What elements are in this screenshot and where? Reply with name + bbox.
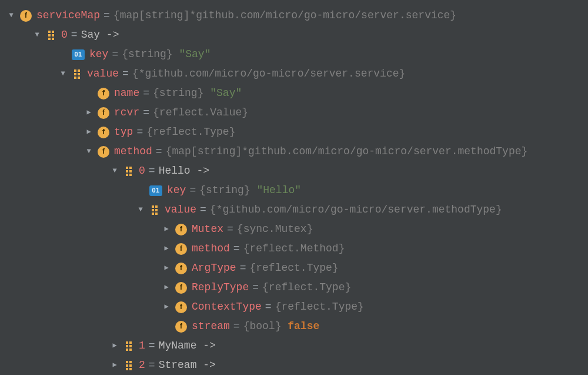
equals-sign: = [252,278,259,297]
var-value: Hello -> [159,161,209,180]
map-entry-icon [123,341,134,351]
var-value: {reflect.Type} [262,278,351,297]
tree-row[interactable]: f ArgType = {reflect.Type} [6,258,588,278]
map-entry-icon [123,166,134,177]
field-icon: f [175,301,187,313]
equals-sign: = [149,336,155,355]
var-name: ArgType [192,258,236,277]
var-value: {sync.Mutex} [237,220,313,238]
chevron-down-icon[interactable] [58,68,68,81]
var-type: {string} [153,84,203,102]
tree-row[interactable]: f name = {string} "Say" [6,84,588,103]
tree-row[interactable]: 0 = Hello -> [6,161,588,181]
tree-row[interactable]: 2 = Stream -> [6,356,588,375]
chevron-down-icon[interactable] [83,145,94,158]
var-name: key [89,45,108,64]
var-value: {map[string]*github.com/micro/go-micro/s… [166,142,528,161]
var-value: {map[string]*github.com/micro/go-micro/s… [113,6,456,25]
chevron-down-icon[interactable] [6,9,16,22]
debug-variable-tree: f serviceMap = {map[string]*github.com/m… [0,0,588,375]
tree-row[interactable]: f method = {reflect.Method} [6,239,588,258]
tree-row[interactable]: f Mutex = {sync.Mutex} [6,220,588,239]
var-string-value: "Say" [210,84,242,102]
var-string-value: "Hello" [256,181,301,200]
var-value: Stream -> [159,356,216,374]
var-name: typ [114,122,133,141]
field-icon: f [175,321,187,333]
var-value: {reflect.Method} [243,239,345,258]
tree-row[interactable]: 1 = MyName -> [6,336,588,356]
var-name: rcvr [114,103,139,122]
field-icon: f [98,88,109,99]
var-name: serviceMap [36,6,100,25]
tree-row[interactable]: f ContextType = {reflect.Type} [6,297,588,317]
var-name: value [87,64,119,83]
var-value: {reflect.Type} [249,258,338,277]
tree-row[interactable]: value = {*github.com/micro/go-micro/serv… [6,200,588,220]
tree-row[interactable]: f method = {map[string]*github.com/micro… [6,142,588,161]
string-type-icon: 01 [149,185,162,196]
var-keyword-value: false [288,317,319,336]
equals-sign: = [189,181,196,200]
chevron-right-icon[interactable] [161,301,172,314]
var-name: Mutex [192,220,223,238]
tree-row[interactable]: f rcvr = {reflect.Value} [6,103,588,122]
equals-sign: = [227,220,233,238]
chevron-right-icon[interactable] [161,223,172,236]
chevron-right-icon[interactable] [109,340,120,353]
equals-sign: = [143,103,149,122]
equals-sign: = [149,356,155,374]
tree-row[interactable]: f typ = {reflect.Type} [6,122,588,142]
field-icon: f [98,107,109,119]
var-value: MyName -> [159,336,216,355]
equals-sign: = [71,25,78,44]
map-entry-icon [72,69,82,79]
var-name: 2 [139,356,145,374]
chevron-down-icon[interactable] [32,29,42,42]
var-name: stream [192,317,230,336]
var-name: ReplyType [192,278,249,297]
field-icon: f [175,282,187,294]
tree-row[interactable]: 01 key = {string} "Say" [6,45,588,64]
chevron-right-icon[interactable] [161,262,172,275]
var-name: method [114,142,152,161]
equals-sign: = [200,200,206,219]
var-name: 0 [61,25,68,44]
field-icon: f [175,243,187,255]
chevron-right-icon[interactable] [109,359,120,372]
equals-sign: = [156,142,162,161]
equals-sign: = [143,84,149,102]
equals-sign: = [149,161,155,180]
equals-sign: = [265,297,272,316]
tree-row[interactable]: f serviceMap = {map[string]*github.com/m… [6,6,588,25]
var-type: {string} [199,181,250,200]
equals-sign: = [103,6,110,25]
equals-sign: = [240,258,246,277]
tree-row[interactable]: 0 = Say -> [6,25,588,45]
chevron-right-icon[interactable] [83,107,94,120]
equals-sign: = [112,45,118,64]
field-icon: f [98,127,109,138]
equals-sign: = [233,239,240,258]
chevron-right-icon[interactable] [161,243,172,255]
tree-row[interactable]: value = {*github.com/micro/go-micro/serv… [6,64,588,84]
var-name: 1 [139,336,145,355]
chevron-down-icon[interactable] [109,165,120,178]
var-value: Say -> [81,25,119,44]
var-value: {reflect.Type} [275,297,364,316]
chevron-right-icon[interactable] [161,281,172,294]
var-name: key [167,181,186,200]
tree-row[interactable]: 01 key = {string} "Hello" [6,181,588,200]
var-string-value: "Say" [179,45,211,64]
string-type-icon: 01 [72,49,85,60]
var-value: {reflect.Type} [146,122,235,141]
chevron-right-icon[interactable] [83,126,94,139]
var-value: {reflect.Value} [153,103,248,122]
tree-row[interactable]: f stream = {bool} false [6,317,588,336]
tree-row[interactable]: f ReplyType = {reflect.Type} [6,278,588,297]
chevron-down-icon[interactable] [135,204,146,217]
var-type: {string} [122,45,172,64]
var-type: {bool} [243,317,282,336]
map-entry-icon [123,360,134,371]
equals-sign: = [122,64,129,83]
